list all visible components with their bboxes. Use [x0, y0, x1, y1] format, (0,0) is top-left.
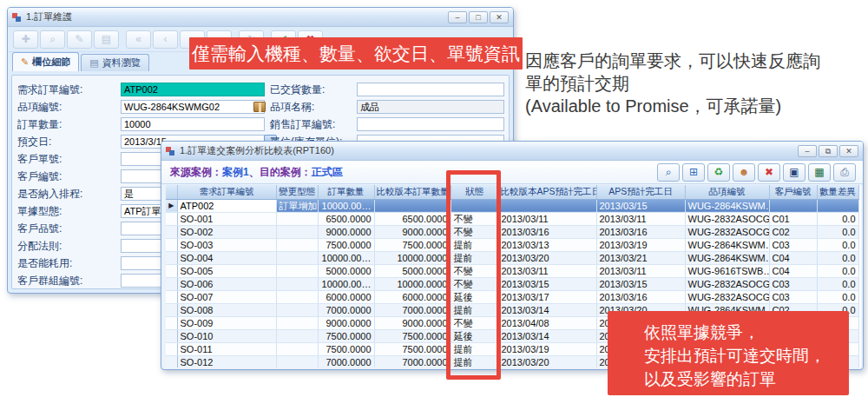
row-selector-cell[interactable]	[166, 277, 177, 290]
table-cell[interactable]: 2013/04/08	[498, 316, 596, 329]
table-cell[interactable]: 5000.0000	[374, 264, 450, 277]
table-cell[interactable]: 提前	[450, 355, 498, 367]
table-cell[interactable]: 0.0	[817, 264, 858, 277]
table-cell[interactable]	[276, 277, 318, 290]
minimize-button[interactable]: –	[798, 145, 817, 157]
tab-field-detail[interactable]: ✎ 欄位細節	[12, 52, 79, 71]
field-input[interactable]: 10000	[121, 117, 265, 131]
table-cell[interactable]: 不變	[450, 277, 498, 290]
table-cell[interactable]: 9000.0000	[318, 316, 374, 329]
table-cell[interactable]: 延後	[450, 290, 498, 303]
table-cell[interactable]: 提前	[450, 251, 498, 264]
table-cell[interactable]: 7500.0000	[318, 342, 374, 355]
field-input[interactable]: 成品	[357, 100, 504, 114]
column-header[interactable]: 比較版本訂單數量	[374, 185, 450, 199]
table-cell[interactable]: 2013/03/21	[596, 251, 685, 264]
row-selector-cell[interactable]	[166, 212, 177, 225]
table-cell[interactable]: 2013/03/13	[498, 238, 596, 251]
table-cell[interactable]: WUG-2832ASOCG…	[685, 277, 769, 290]
table-cell[interactable]: SO-012	[177, 355, 276, 367]
table-cell[interactable]	[276, 329, 318, 342]
close-button[interactable]: ✕	[839, 145, 858, 157]
table-cell[interactable]: 2013/03/16	[596, 290, 685, 303]
row-selector-cell[interactable]	[166, 225, 177, 238]
table-cell[interactable]: SO-001	[177, 212, 276, 225]
row-selector-cell[interactable]	[166, 329, 177, 342]
table-cell[interactable]: 5000.0000	[318, 264, 374, 277]
table-row[interactable]: SO-0037500.00007500.0000提前2013/03/132013…	[166, 238, 858, 251]
column-header[interactable]: 變更型態	[276, 185, 318, 199]
table-cell[interactable]: 7500.0000	[374, 329, 450, 342]
delete-button[interactable]: ✖	[758, 163, 780, 182]
field-input[interactable]: ATP002	[121, 83, 265, 96]
column-header[interactable]: APS預計完工日	[596, 185, 685, 199]
table-cell[interactable]: 6000.0000	[318, 290, 374, 303]
table-cell[interactable]: 0.0	[817, 225, 858, 238]
table-cell[interactable]: WUG-2832ASOCG…	[685, 212, 769, 225]
table-cell[interactable]: 0.0	[817, 290, 858, 303]
table-cell[interactable]: 2013/03/15	[596, 199, 685, 212]
table-row[interactable]: SO-0016500.00006500.0000不變2013/03/112013…	[166, 212, 858, 225]
add-button[interactable]: ✚	[13, 30, 38, 49]
table-cell[interactable]: 2013/03/15	[498, 277, 596, 290]
excel-button[interactable]: ▦	[808, 163, 831, 182]
row-selector-cell[interactable]	[166, 251, 177, 264]
table-cell[interactable]: 2013/03/11	[498, 264, 596, 277]
column-header[interactable]: 客戶編號	[769, 185, 817, 199]
table-cell[interactable]	[450, 199, 498, 212]
table-cell[interactable]: 0.0	[817, 251, 858, 264]
column-header[interactable]: 訂單數量	[318, 185, 374, 199]
nav-first-button[interactable]: «	[126, 30, 151, 49]
table-cell[interactable]: 7500.0000	[374, 342, 450, 355]
recycle-button[interactable]: ♻	[707, 163, 730, 182]
table-cell[interactable]: WUG-2864KSWM…	[685, 251, 769, 264]
table-cell[interactable]: 不變	[450, 264, 498, 277]
table-cell[interactable]: 9000.0000	[374, 316, 450, 329]
row-selector-cell[interactable]	[166, 238, 177, 251]
table-cell[interactable]: 2013/03/16	[498, 225, 596, 238]
table-cell[interactable]: WUG-2864KSWM…	[685, 199, 769, 212]
edit-button[interactable]: ✎	[67, 30, 92, 49]
table-cell[interactable]: 9000.0000	[318, 225, 374, 238]
table-cell[interactable]: 7500.0000	[318, 238, 374, 251]
table-cell[interactable]	[374, 199, 450, 212]
table-cell[interactable]: SO-010	[177, 329, 276, 342]
table-cell[interactable]	[498, 199, 596, 212]
table-cell[interactable]: 6000.0000	[374, 290, 450, 303]
table-cell[interactable]	[769, 199, 817, 212]
row-selector-cell[interactable]	[166, 355, 177, 367]
delete-button[interactable]: ▤	[94, 30, 119, 49]
table-cell[interactable]: 提前	[450, 303, 498, 316]
table-cell[interactable]: WUG-2832ASOCG…	[685, 290, 769, 303]
table-cell[interactable]: 提前	[450, 342, 498, 355]
table-cell[interactable]: C04	[769, 251, 817, 264]
table-cell[interactable]: SO-006	[177, 277, 276, 290]
table-cell[interactable]: C01	[769, 212, 817, 225]
table-cell[interactable]	[276, 342, 318, 355]
row-selector-cell[interactable]	[166, 316, 177, 329]
table-row[interactable]: SO-0029000.00009000.0000不變2013/03/162013…	[166, 225, 858, 238]
column-header[interactable]: 品項編號	[685, 185, 769, 199]
table-cell[interactable]	[276, 238, 318, 251]
table-cell[interactable]: 不變	[450, 225, 498, 238]
table-cell[interactable]	[276, 355, 318, 367]
table-cell[interactable]: 2013/03/11	[498, 212, 596, 225]
table-cell[interactable]: 2013/03/11	[596, 264, 685, 277]
column-header[interactable]: 數量差異	[817, 185, 858, 199]
table-cell[interactable]: 10000.0000	[374, 277, 450, 290]
table-cell[interactable]: SO-008	[177, 303, 276, 316]
table-cell[interactable]: 2013/03/17	[498, 290, 596, 303]
table-cell[interactable]: 9000.0000	[374, 225, 450, 238]
table-cell[interactable]: 7500.0000	[374, 238, 450, 251]
table-cell[interactable]: C03	[769, 290, 817, 303]
table-row[interactable]: SO-0055000.00005000.0000不變2013/03/112013…	[166, 264, 858, 277]
table-cell[interactable]: 2013/03/16	[596, 225, 685, 238]
table-cell[interactable]: 0.0	[817, 212, 858, 225]
table-cell[interactable]	[276, 303, 318, 316]
table-cell[interactable]: ATP002	[177, 199, 276, 212]
field-input[interactable]	[357, 83, 504, 96]
table-cell[interactable]: SO-004	[177, 251, 276, 264]
table-cell[interactable]: 2013/03/14	[498, 329, 596, 342]
table-cell[interactable]: 2013/03/14	[498, 303, 596, 316]
table-row[interactable]: SO-00410000.00…10000.0000提前2013/03/20201…	[166, 251, 858, 264]
